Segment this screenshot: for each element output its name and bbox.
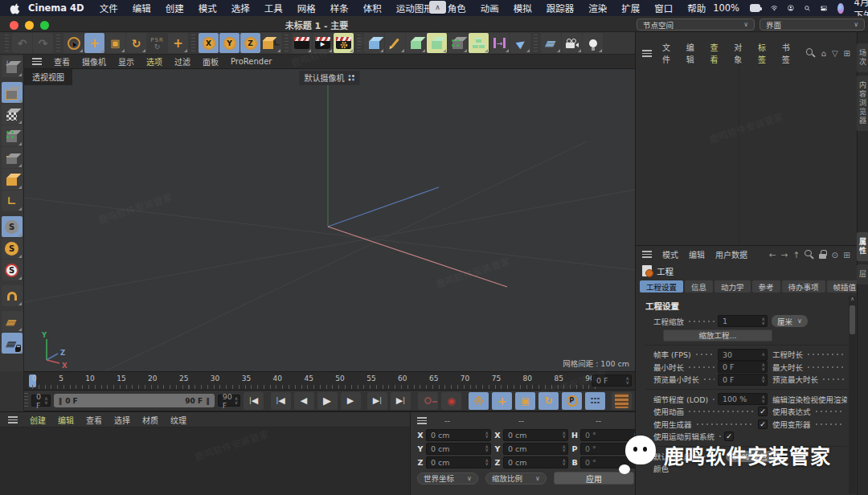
live-selection-tool[interactable]: ▲ [63, 33, 84, 53]
viewport-menu-camera[interactable]: 摄像机 [82, 55, 106, 68]
dock-tab-content-browser[interactable]: 内容浏览器 [857, 76, 868, 131]
scale-mode-dropdown[interactable]: 缩放比例∨ [485, 472, 547, 485]
pos-z-field[interactable]: 0 cm∧∨ [426, 456, 491, 468]
key-scale-button[interactable]: ▣ [515, 392, 535, 410]
move-tool[interactable]: + [84, 33, 104, 53]
menubar-item-spline[interactable]: 样条 [323, 2, 356, 14]
viewport-menu-options[interactable]: 选项 [146, 55, 162, 68]
attribute-menu-mode[interactable]: 模式 [662, 248, 678, 260]
coordinate-system-dropdown[interactable]: 世界坐标∨ [417, 472, 478, 485]
redo-button[interactable]: ↷ [33, 33, 53, 53]
menubar-popup-chevron[interactable]: ∧ [429, 1, 446, 14]
tab-project-settings[interactable]: 工程设置 [640, 280, 683, 292]
key-rotation-button[interactable]: ↻ [538, 392, 559, 410]
scrollbar-thumb[interactable] [850, 305, 855, 334]
attribute-menu-edit[interactable]: 编辑 [689, 248, 705, 260]
generator-button[interactable] [427, 33, 447, 53]
menubar-item-select[interactable]: 选择 [224, 2, 257, 14]
preview-range-slider[interactable]: ‖ 0 F 90 F ‖ [54, 394, 215, 407]
keyframe-options-button[interactable] [469, 392, 489, 410]
use-animation-checkbox[interactable]: ✓ [758, 407, 768, 416]
material-menu-view[interactable]: 查看 [86, 414, 102, 426]
dock-tab-takes[interactable]: 场次 [857, 43, 868, 72]
interface-dropdown[interactable]: 界面 ∨ [760, 18, 865, 31]
object-menu-object[interactable]: 对象 [734, 41, 747, 65]
path-up-icon[interactable]: ⌂ [821, 49, 826, 58]
menubar-item-create[interactable]: 创建 [158, 2, 191, 14]
viewport-menu-view[interactable]: 查看 [54, 55, 70, 68]
menubar-item-help[interactable]: 帮助 [680, 2, 713, 14]
record-button[interactable]: ◉ [441, 392, 461, 410]
model-mode-button[interactable] [2, 82, 23, 103]
lock-workplane-button[interactable]: ▦ [2, 333, 23, 354]
section-title[interactable]: 工程设置 [645, 300, 847, 312]
undo-button[interactable]: ↶ [12, 33, 32, 53]
parent-icon[interactable]: ↑ [793, 250, 800, 260]
convert-tool-button[interactable]: ↓ [2, 56, 23, 77]
toolbar-drag-handle[interactable] [5, 35, 9, 52]
wifi-icon[interactable] [771, 3, 778, 13]
menubar-item-tracker[interactable]: 跟踪器 [539, 2, 582, 14]
pos-y-field[interactable]: 0 cm∧∨ [426, 443, 491, 455]
object-menu-tag[interactable]: 标签 [758, 41, 772, 65]
lock-icon[interactable] [819, 250, 826, 259]
dock-tab-attributes[interactable]: 属性 [857, 232, 868, 261]
range-left-grip[interactable]: ‖ [59, 397, 63, 405]
scale-z-field[interactable]: 0 cm∧∨ [503, 456, 568, 468]
material-menu-hamburger-icon[interactable] [8, 416, 18, 423]
material-menu-material[interactable]: 材质 [142, 414, 158, 426]
filter-icon[interactable]: ▽ [832, 49, 838, 58]
history-back-icon[interactable]: ← [769, 250, 776, 260]
menubar-item-window[interactable]: 窗口 [647, 2, 680, 14]
menubar-item-extensions[interactable]: 扩展 [614, 2, 647, 14]
menubar-item-volume[interactable]: 体积 [356, 2, 389, 14]
point-mode-button[interactable] [2, 125, 23, 146]
snap-modes-button[interactable]: S [2, 238, 23, 259]
tab-dynamics[interactable]: 动力学 [714, 280, 751, 292]
light-button[interactable] [583, 33, 603, 53]
viewport-menu-panel[interactable]: 面板 [203, 55, 219, 68]
previous-frame-button[interactable]: ◀ [294, 392, 314, 410]
dock-tab-layers[interactable]: 层 [857, 264, 868, 284]
material-menu-create[interactable]: 创建 [30, 414, 46, 426]
attribute-object-row[interactable]: 工程 [636, 263, 857, 279]
material-menu-texture[interactable]: 纹理 [170, 414, 186, 426]
texture-mode-button[interactable] [2, 104, 23, 125]
range-right-grip[interactable]: ‖ [206, 397, 210, 405]
preview-min-field[interactable]: 0 F∧∨ [718, 374, 768, 386]
camera-button[interactable] [562, 33, 582, 53]
play-button[interactable]: ▶ [317, 392, 338, 410]
stepper-icon[interactable]: ∧∨ [42, 397, 47, 404]
tab-todo[interactable]: 待办事项 [782, 280, 825, 292]
scale-y-field[interactable]: 0 cm∧∨ [503, 443, 568, 455]
search-icon[interactable] [805, 250, 814, 260]
object-list-splitter[interactable] [739, 64, 739, 245]
apple-menu-icon[interactable] [10, 2, 20, 14]
attribute-menu-hamburger-icon[interactable] [642, 251, 652, 258]
viewport-menu-prorender[interactable]: ProRender [231, 57, 272, 66]
spline-pen-button[interactable] [385, 33, 405, 53]
lod-field[interactable]: 100 %∧∨ [718, 393, 768, 405]
axis-mode-button[interactable]: ∟ [2, 190, 23, 211]
next-frame-button[interactable]: ▶ [341, 392, 361, 410]
scroll-up-icon[interactable]: ∧ [849, 296, 856, 302]
frame-start-field[interactable]: 0 F ∧∨ [31, 395, 51, 407]
frame-end-field[interactable]: 90 F ∧∨ [218, 395, 241, 407]
viewport-canvas[interactable]: Y Z X 透视视图 默认摄像机 网格间距 : 100 cm [24, 69, 635, 371]
floor-button[interactable]: ▦ [541, 33, 561, 53]
menubar-item-simulate[interactable]: 模拟 [506, 2, 539, 14]
render-view-button[interactable] [292, 33, 312, 53]
edge-mode-button[interactable] [2, 147, 23, 168]
new-panel-icon[interactable]: ⊞ [843, 250, 850, 260]
key-parameter-button[interactable]: P [562, 392, 582, 410]
subdivision-surface-button[interactable] [406, 33, 426, 53]
object-menu-edit[interactable]: 编辑 [686, 41, 700, 65]
scale-x-field[interactable]: 0 cm∧∨ [503, 429, 568, 441]
menubar-item-edit[interactable]: 编辑 [125, 2, 158, 14]
key-pla-button[interactable] [585, 392, 605, 410]
tab-keyframe-interp[interactable]: 帧插值 [827, 280, 857, 292]
material-menu-edit[interactable]: 编辑 [58, 414, 74, 426]
control-center-icon[interactable] [821, 4, 827, 13]
render-settings-button[interactable] [334, 33, 354, 53]
add-layer-icon[interactable]: ⊞ [844, 49, 850, 58]
